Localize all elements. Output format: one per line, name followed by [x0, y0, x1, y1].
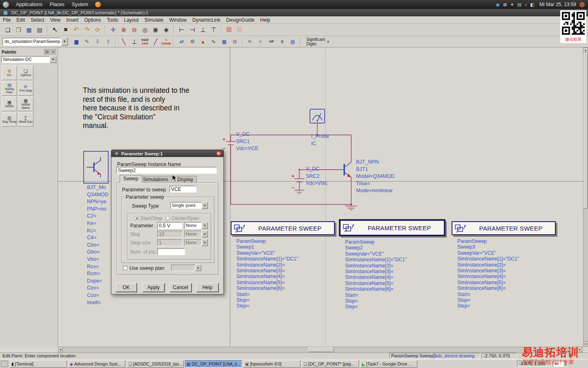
clock[interactable]: Mi Mar 25, 13:59 [539, 2, 576, 7]
delete-icon[interactable]: ✖ [61, 25, 71, 35]
palette-disp-temp[interactable]: ▥Disp Temp [2, 112, 17, 127]
print-icon[interactable]: ▤ [35, 25, 45, 35]
bjt-model-symbol[interactable] [82, 147, 112, 186]
horizontal-scrollbar-thumb[interactable] [308, 347, 334, 352]
apply-button[interactable]: Apply [143, 283, 165, 292]
deactivate-component-icon[interactable]: ☒ [224, 25, 234, 35]
taskbar-window-button[interactable]: ◆Advanced Design Syst... [68, 360, 125, 368]
palette-prm-swp[interactable]: ⟳Prm Swp [18, 81, 33, 96]
save-design-icon[interactable]: ▦ [24, 25, 34, 35]
taskbar-window-button[interactable]: ▮[Terminal] [10, 360, 67, 368]
cancel-button[interactable]: Cancel [169, 283, 192, 292]
significant-digits-control[interactable]: SignificantDigits ▾ [306, 37, 329, 46]
center-span-radio[interactable] [165, 216, 170, 220]
bjt-label[interactable]: BJT1 [356, 166, 394, 173]
model-parameter[interactable]: Gbo= [87, 249, 109, 256]
bjt-labels[interactable]: BJT_NPNBJT1Model=Q34MODTrise=Mode=nonlin… [356, 159, 394, 195]
open-design-icon[interactable]: ❒ [13, 25, 23, 35]
src1-label[interactable]: Vdc=VCE [236, 145, 258, 153]
insert-ground-icon[interactable]: ⊥ [129, 37, 139, 47]
palette-ndset[interactable]: ▦NdSet [2, 96, 17, 111]
model-parameter[interactable]: Kc= [87, 227, 109, 235]
insert-pin-icon[interactable]: ⊣ [187, 25, 197, 35]
instance-name-input[interactable]: Sweep2 [116, 167, 217, 174]
paramsweep-block[interactable]: PARAMETER SWEEP [452, 221, 556, 235]
power-icon[interactable] [579, 2, 585, 7]
model-parameter[interactable]: Rcv= [87, 263, 109, 271]
menu-help[interactable]: Help [257, 17, 273, 23]
model-parameter[interactable]: PNP=no [87, 206, 109, 213]
scroll-down-icon[interactable]: ▼ [583, 341, 588, 347]
palette-category-select[interactable]: Simulation-DC ▼ [1, 56, 56, 63]
palette-options[interactable]: ❏Options [18, 65, 33, 80]
palette-sweep-plan[interactable]: ▤Sweep Plan [2, 81, 17, 96]
palette-ndset-name[interactable]: ▦NdSet Name [18, 96, 33, 111]
probe-label[interactable]: IC [311, 140, 329, 148]
lock-icon[interactable]: ⊠ [503, 2, 507, 7]
parameter-unit-select[interactable]: None ▼ [184, 222, 208, 229]
ok-button[interactable]: OK [116, 283, 137, 292]
tab-simulations[interactable]: Simulations [139, 176, 172, 183]
menu-tools[interactable]: Tools [104, 17, 121, 23]
taskbar-window-button[interactable]: ◣[Task7 - Google Drive ... [360, 360, 417, 368]
center-span-radio-label[interactable]: Center/Span [172, 215, 199, 221]
dc-annotation-icon[interactable]: ≡ [277, 37, 287, 47]
dialog-titlebar[interactable]: Parameter Sweep:1 ✕ [111, 150, 224, 157]
chat-status-icon[interactable]: ◉ [496, 2, 500, 7]
model-parameter[interactable]: Cbo= [87, 242, 109, 249]
use-sweep-plan-label[interactable]: Use sweep plan [129, 265, 164, 271]
spectrum-icon[interactable]: ∿ [209, 37, 218, 47]
bjt-label[interactable]: BJT_NPN [356, 159, 394, 166]
simulate-icon[interactable]: ⚙ [187, 37, 197, 47]
show-desktop-icon[interactable] [1, 361, 8, 367]
vertical-scrollbar-thumb[interactable] [584, 53, 588, 209]
zoom-in-icon[interactable]: ⊕ [119, 25, 129, 35]
browser-launcher-icon[interactable] [95, 2, 101, 7]
menu-edit[interactable]: Edit [13, 17, 28, 23]
scroll-up-icon[interactable]: ▲ [583, 47, 588, 53]
taskbar-window-button[interactable]: ❏[DC_OP_POINT* [pag... [302, 360, 359, 368]
chart-edit-icon[interactable]: ✎ [82, 37, 92, 47]
panel-menu-places[interactable]: Places [46, 0, 68, 9]
taskbar-window-button[interactable]: ❏[ADSDC_15052018_tas... [127, 360, 184, 368]
start-stop-radio-label[interactable]: Start/Stop [140, 215, 162, 221]
paramsweep-block[interactable]: PARAMETER SWEEP [339, 220, 445, 236]
import-data-icon[interactable]: ⇩ [93, 37, 102, 47]
menu-designguide[interactable]: DesignGuide [223, 17, 257, 23]
model-parameter[interactable]: Cco= [87, 292, 109, 299]
menu-simulate[interactable]: Simulate [142, 17, 167, 23]
insert-wire-icon[interactable]: ╲ [119, 37, 129, 47]
battery-icon[interactable]: ◧ [530, 2, 535, 7]
paramsweep-parameter-list[interactable]: ParamSweepSweep2SweepVar="VCE"SimInstanc… [345, 239, 407, 310]
palette-detach-icon[interactable]: ⊟ [44, 49, 49, 54]
paramsweep-parameter-list[interactable]: ParamSweepSweep1SweepVar="VCE"SimInstanc… [236, 238, 298, 309]
wire-label-icon[interactable]: ╱ [151, 37, 160, 47]
src1-label[interactable]: V_DC [236, 131, 258, 138]
current-label-icon[interactable]: I↓ [256, 37, 266, 47]
simulation-setup-icon[interactable]: ⇄ [177, 37, 187, 47]
hierarchy-icon[interactable]: ▤ [288, 37, 298, 47]
model-parameter-labels[interactable]: BJT_MoQ34MODNPN=yePNP=noC2=Ke=Kc=C4=Cbo=… [87, 184, 109, 306]
model-parameter[interactable]: Imelt= [87, 299, 109, 307]
taskbar-window-button[interactable]: ▣[hpeesofsim 8:0] [243, 360, 301, 368]
menu-layout[interactable]: Layout [121, 17, 142, 23]
insert-netname-icon[interactable]: ∿NAME [161, 37, 171, 47]
paramsweep-parameter-list[interactable]: ParamSweepSweep3SweepVar="VCE"SimInstanc… [457, 238, 519, 309]
model-parameter[interactable]: Q34MOD [87, 191, 109, 199]
redo-icon[interactable]: ↷ [82, 25, 92, 35]
pointer-tool-icon[interactable]: ↖ [50, 25, 60, 35]
bjt-label[interactable]: Trise= [356, 180, 394, 188]
status-layer-indicator[interactable]: ads_device:drawing [433, 353, 480, 359]
activate-component-icon[interactable]: ☒ [235, 25, 245, 35]
model-parameter[interactable]: Vbo= [87, 256, 109, 263]
insert-wire-icon[interactable]: ⊢ [177, 25, 187, 35]
pan-icon[interactable]: ✛ [108, 25, 118, 35]
scroll-left-icon[interactable]: ◄ [58, 347, 63, 352]
taskbar-window-button[interactable]: ▦DC_OP_POINT [LNA_li... [185, 360, 242, 368]
close-icon[interactable]: ✕ [216, 151, 221, 156]
sweep-type-select[interactable]: Single point ▼ [170, 202, 208, 209]
src1-label[interactable]: SRC1 [236, 138, 258, 146]
distro-logo-icon[interactable] [3, 2, 9, 8]
model-parameter[interactable]: Cex= [87, 285, 109, 292]
help-button[interactable]: Help [196, 283, 218, 292]
